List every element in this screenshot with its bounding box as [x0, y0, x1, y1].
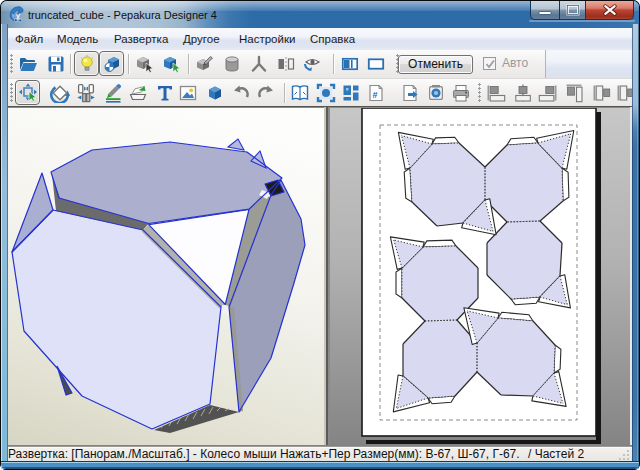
svg-text:#: # — [373, 90, 378, 100]
